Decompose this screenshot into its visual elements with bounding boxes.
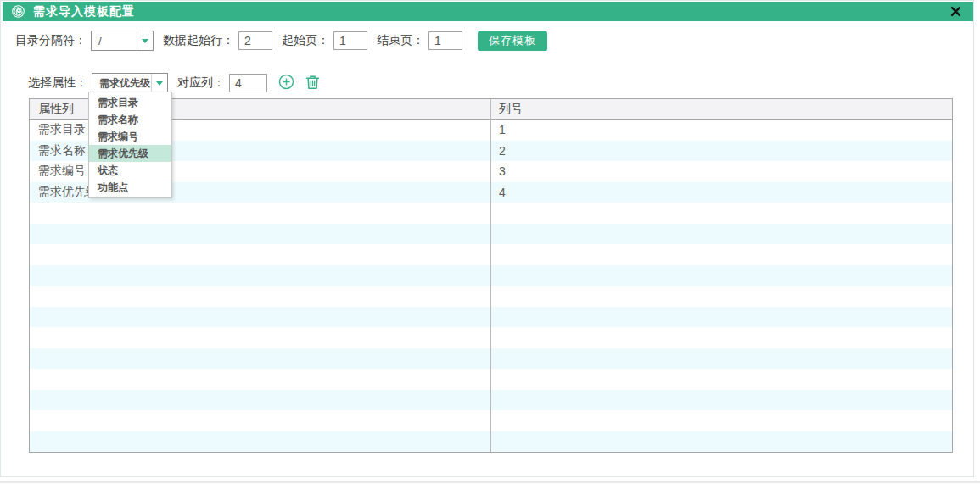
cell-column-number (490, 431, 952, 453)
dropdown-item[interactable]: 需求优先级 (89, 145, 171, 162)
cell-column-number (490, 410, 952, 431)
cell-column-number (490, 244, 952, 265)
cell-column-number (490, 327, 952, 348)
trash-icon (305, 75, 320, 92)
cell-column-number (490, 224, 952, 245)
cell-attribute (30, 307, 490, 328)
dropdown-item[interactable]: 需求目录 (89, 94, 171, 111)
template-settings-row: 目录分隔符： / 数据起始行： 起始页： 结束页： 保存模板 (15, 30, 547, 52)
chevron-down-icon (151, 74, 167, 92)
spiral-logo-icon (11, 4, 25, 19)
cell-attribute (30, 244, 490, 265)
column-number-input[interactable] (229, 74, 267, 92)
dropdown-item[interactable]: 需求名称 (89, 111, 171, 128)
cell-column-number (490, 348, 952, 370)
attribute-select-value: 需求优先级 (92, 74, 151, 92)
delete-mapping-button[interactable] (305, 75, 320, 92)
dropdown-item[interactable]: 需求编号 (89, 128, 171, 145)
chevron-down-icon (137, 31, 153, 50)
cell-column-number: 3 (490, 161, 952, 182)
import-template-dialog: 需求导入模板配置 目录分隔符： / 数据起始行： 起始页： 结束页： 保存模板 … (0, 0, 974, 477)
cell-attribute (30, 390, 490, 411)
start-page-input[interactable] (333, 31, 367, 50)
cell-column-number (490, 286, 952, 307)
cell-column-number (490, 203, 952, 224)
cell-attribute (30, 224, 490, 245)
close-icon[interactable] (949, 4, 963, 19)
dialog-title: 需求导入模板配置 (33, 4, 135, 19)
cell-column-number: 2 (490, 141, 952, 162)
attribute-dropdown: 需求目录需求名称需求编号需求优先级状态功能点 (88, 92, 172, 198)
column-divider (490, 99, 491, 452)
cell-column-number (490, 307, 952, 328)
separator-select-value: / (92, 31, 137, 50)
attribute-select[interactable]: 需求优先级 (92, 73, 168, 93)
cell-attribute (30, 431, 490, 453)
cell-column-number: 1 (490, 120, 952, 141)
cell-column-number (490, 265, 952, 287)
cell-attribute (30, 265, 490, 287)
background-page-edge (0, 481, 980, 483)
dialog-titlebar: 需求导入模板配置 (3, 2, 973, 21)
end-page-label: 结束页： (377, 33, 424, 48)
cell-attribute (30, 327, 490, 348)
dropdown-item[interactable]: 功能点 (89, 179, 171, 196)
start-page-label: 起始页： (282, 33, 329, 48)
save-template-button[interactable]: 保存模板 (478, 31, 547, 51)
cell-attribute (30, 203, 490, 224)
column-label: 对应列： (177, 75, 225, 91)
cell-attribute (30, 348, 490, 370)
cell-attribute (30, 286, 490, 307)
dropdown-item[interactable]: 状态 (89, 162, 171, 179)
data-start-row-label: 数据起始行： (163, 33, 234, 48)
separator-label: 目录分隔符： (15, 33, 87, 48)
cell-attribute (30, 369, 490, 390)
attribute-mapping-row: 选择属性： 需求优先级 对应列： (28, 72, 320, 94)
cell-attribute (30, 410, 490, 431)
select-attribute-label: 选择属性： (28, 75, 87, 91)
separator-select[interactable]: / (91, 31, 154, 51)
add-mapping-button[interactable] (278, 74, 294, 92)
cell-column-number: 4 (490, 182, 952, 203)
data-start-row-input[interactable] (238, 31, 272, 50)
header-column-number: 列号 (490, 99, 952, 119)
cell-column-number (490, 369, 952, 390)
plus-circle-icon (278, 74, 294, 92)
end-page-input[interactable] (428, 31, 462, 50)
cell-column-number (490, 390, 952, 411)
